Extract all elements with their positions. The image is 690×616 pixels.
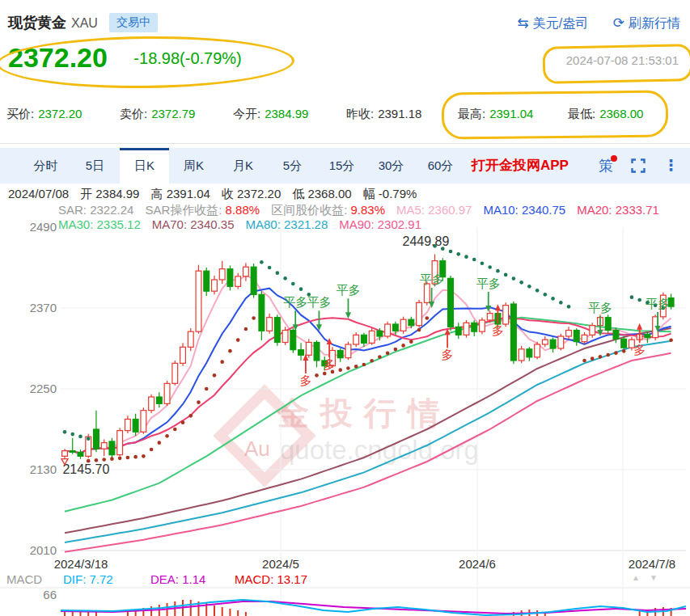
candle <box>566 331 572 337</box>
refresh-quotes-button[interactable]: ⟳刷新行情 <box>613 16 680 30</box>
indicator-row-ma-long: MA30: 2335.12MA70: 2340.35MA80: 2321.28M… <box>58 217 433 231</box>
quote-label: 最高: <box>458 107 485 120</box>
candle <box>94 429 99 449</box>
candlestick-chart[interactable]: 249023702250213020102024/3/182024/52024/… <box>0 0 690 616</box>
candle <box>503 306 509 324</box>
more-menu-icon[interactable]: ⋮ <box>663 148 679 184</box>
zoom-in-triangle[interactable]: ▲ <box>632 573 640 582</box>
candle <box>574 331 579 342</box>
tab-分时[interactable]: 分时 <box>21 148 70 184</box>
candle <box>196 271 201 331</box>
signal-duo: 多 <box>324 357 336 371</box>
fullscreen-icon[interactable] <box>631 158 646 176</box>
candle <box>306 343 311 356</box>
candle <box>487 314 493 320</box>
candle <box>519 349 524 361</box>
quote-label: 卖价: <box>120 107 147 120</box>
signal-pingduo: 平多 <box>646 297 670 310</box>
strategy-button[interactable]: 策 <box>599 148 613 184</box>
header-actions: ⇆美元/盎司 ⟳刷新行情 <box>497 15 680 32</box>
quote-value: 2368.00 <box>599 107 643 120</box>
indicator-item: MA5: 2360.97 <box>396 203 472 217</box>
candle <box>448 278 454 327</box>
signal-duo: 多 <box>442 348 454 361</box>
tab-5分[interactable]: 5分 <box>268 148 317 184</box>
unit-toggle-button[interactable]: ⇆美元/盎司 <box>518 16 589 30</box>
candle <box>605 318 611 331</box>
quote-summary-row: 买价:2372.20卖价:2372.79今开:2384.99昨收:2391.18… <box>0 107 690 128</box>
svg-text:2490: 2490 <box>30 220 57 234</box>
tab-60分[interactable]: 60分 <box>416 148 465 184</box>
candle <box>613 331 619 340</box>
tab-日K[interactable]: 日K <box>120 148 169 184</box>
indicator-item: MA20: 2333.71 <box>577 203 659 217</box>
period-tabs: 分时5日日K周K月K5分15分30分60分 <box>0 148 690 184</box>
candle <box>314 343 320 361</box>
candle <box>550 340 556 348</box>
tab-15分[interactable]: 15分 <box>317 148 366 184</box>
unit-toggle-label: 美元/盎司 <box>533 16 588 30</box>
svg-text:2449.89: 2449.89 <box>403 234 450 248</box>
candle <box>337 351 343 358</box>
macd-indicator-label: DEA: 1.14 <box>150 572 205 586</box>
quote-item-3: 昨收:2391.18 <box>346 107 421 122</box>
candle <box>590 326 595 335</box>
quote-value: 2391.04 <box>489 107 533 120</box>
candle <box>172 363 178 383</box>
candle <box>156 397 162 403</box>
zoom-out-triangle[interactable]: ▼ <box>650 573 658 582</box>
ohlc-item: 高 2391.04 <box>150 187 210 200</box>
signal-pingduo: 平多 <box>283 295 307 309</box>
chart-tabbar: 分时5日日K周K月K5分15分30分60分 打开金投网APP 策 ⋮ <box>0 148 690 184</box>
candle <box>392 324 398 331</box>
candle <box>353 335 359 344</box>
candle <box>125 420 130 431</box>
candle <box>219 269 225 280</box>
notification-dot <box>611 155 617 162</box>
candle <box>227 269 233 287</box>
tab-周K[interactable]: 周K <box>169 148 218 184</box>
candle <box>408 319 414 326</box>
signal-pingduo: 平多 <box>476 276 501 290</box>
signal-pingduo: 平多 <box>336 283 360 297</box>
candle <box>455 327 461 335</box>
quote-item-5: 最低:2368.00 <box>568 107 643 122</box>
indicator-item: MA30: 2335.12 <box>58 217 141 231</box>
candle <box>141 411 146 432</box>
svg-text:2145.70: 2145.70 <box>62 462 109 476</box>
candle <box>243 267 249 276</box>
instrument-title: 现货黄金 <box>8 15 66 31</box>
svg-text:2024/6: 2024/6 <box>459 557 496 571</box>
indicator-row-sar-ma: SAR: 2322.24SAR操作收益: 8.88%区间股价收益: 9.83%M… <box>58 203 671 218</box>
quote-item-0: 买价:2372.20 <box>6 107 82 122</box>
quote-item-2: 今开:2384.99 <box>233 107 308 122</box>
tab-月K[interactable]: 月K <box>218 148 268 184</box>
svg-text:66: 66 <box>43 588 57 601</box>
gold-quote-app: 现货黄金XAU交易中 ⇆美元/盎司 ⟳刷新行情 2372.20 -18.98(-… <box>0 0 690 616</box>
candle <box>117 431 123 455</box>
candle <box>235 276 241 287</box>
ohlc-item: 收 2372.20 <box>222 187 281 200</box>
candle <box>542 340 548 344</box>
candle <box>133 420 138 432</box>
candle <box>180 347 186 363</box>
signal-pingduo: 平多 <box>307 295 331 309</box>
tab-30分[interactable]: 30分 <box>366 148 416 184</box>
candle <box>282 331 288 343</box>
quote-value: 2384.99 <box>265 107 308 120</box>
quote-label: 今开: <box>233 107 260 120</box>
svg-text:2130: 2130 <box>30 462 57 476</box>
candle <box>385 324 391 336</box>
ma-line-MA90 <box>65 353 671 552</box>
tab-5日[interactable]: 5日 <box>70 148 120 184</box>
candle <box>480 320 485 331</box>
svg-text:2024/7/8: 2024/7/8 <box>629 557 675 571</box>
indicator-item: 区间股价收益: 9.83% <box>271 203 385 217</box>
candle <box>274 318 280 343</box>
candle <box>251 267 256 294</box>
refresh-icon: ⟳ <box>613 15 624 31</box>
open-app-link[interactable]: 打开金投网APP <box>472 148 569 184</box>
candle <box>362 335 367 343</box>
candle <box>62 451 68 457</box>
signal-duo: 多 <box>299 373 311 387</box>
